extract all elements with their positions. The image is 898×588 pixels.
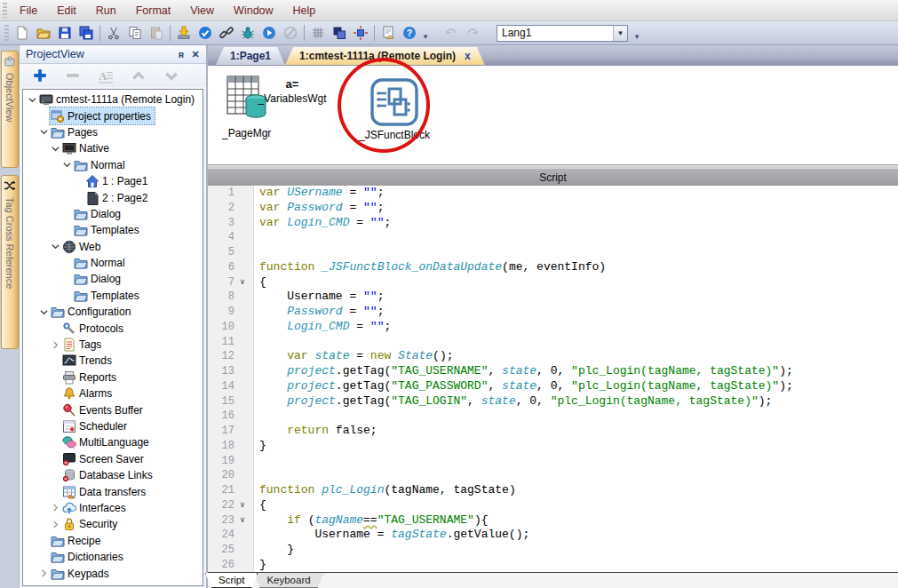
menu-item-window[interactable]: Window bbox=[224, 2, 282, 20]
chevron-down-icon[interactable] bbox=[38, 126, 50, 138]
menu-item-run[interactable]: Run bbox=[86, 2, 126, 20]
tree-item-templates[interactable]: Templates bbox=[23, 288, 203, 304]
chevron-right-icon[interactable] bbox=[50, 339, 61, 351]
widget-jsfunctblock[interactable]: _JSFunctBlock bbox=[359, 77, 430, 141]
move-down-button[interactable] bbox=[163, 67, 180, 84]
chevron-down-icon[interactable]: ▼ bbox=[613, 26, 627, 41]
line-number: 8 bbox=[208, 290, 234, 305]
tree-item-dialog[interactable]: Dialog bbox=[23, 271, 203, 287]
tree-item-configuration[interactable]: Configuration bbox=[23, 304, 203, 320]
menu-item-edit[interactable]: Edit bbox=[47, 2, 86, 20]
menu-item-view[interactable]: View bbox=[180, 2, 224, 20]
tree-item-project-properties[interactable]: Project properties bbox=[23, 107, 203, 123]
save-button[interactable] bbox=[54, 23, 75, 43]
bottom-tab-script[interactable]: Script bbox=[205, 573, 258, 588]
folder-icon bbox=[74, 223, 88, 237]
close-icon[interactable]: ✕ bbox=[188, 47, 203, 61]
bottom-tab-keyboard[interactable]: Keyboard bbox=[253, 573, 323, 588]
widget-canvas[interactable]: _PageMgr a= _VariablesWgt _JSFunctBlock bbox=[208, 65, 898, 164]
tree-spacer bbox=[61, 258, 73, 269]
tree-item-2-page2[interactable]: 2 : Page2 bbox=[23, 189, 203, 205]
sidebar-tab-objectview[interactable]: ObjectView bbox=[1, 51, 19, 168]
redo-button[interactable] bbox=[462, 23, 483, 43]
chevron-down-icon[interactable] bbox=[61, 159, 73, 171]
toolbar-overflow-chevron-icon[interactable]: ▾ bbox=[632, 23, 642, 43]
tree-item-interfaces[interactable]: Interfaces bbox=[23, 500, 203, 516]
chevron-right-icon[interactable] bbox=[50, 519, 61, 530]
run-button[interactable] bbox=[258, 23, 280, 43]
chevron-down-icon[interactable] bbox=[50, 143, 61, 155]
copy-button[interactable] bbox=[124, 23, 146, 43]
show-grid-button[interactable] bbox=[307, 23, 329, 43]
tree-item-reports[interactable]: Reports bbox=[23, 369, 203, 385]
line-number: 9 bbox=[208, 305, 234, 320]
security-icon bbox=[62, 517, 76, 531]
document-tab-1-page1[interactable]: 1:Page1 bbox=[216, 47, 285, 65]
cut-button[interactable] bbox=[103, 23, 124, 43]
sidebar-tab-tag-cross-reference[interactable]: Tag Cross Reference bbox=[1, 175, 19, 349]
remove-button[interactable] bbox=[64, 67, 82, 84]
tree-item-dictionaries[interactable]: Dictionaries bbox=[23, 549, 203, 565]
tree-item-normal[interactable]: Normal bbox=[23, 157, 203, 173]
tree-item-alarms[interactable]: Alarms bbox=[23, 385, 203, 401]
tree-item-recipe[interactable]: Recipe bbox=[23, 533, 203, 549]
menu-item-help[interactable]: Help bbox=[283, 2, 326, 20]
tree-item-web[interactable]: Web bbox=[23, 239, 203, 255]
language-combobox[interactable]: Lang1 ▼ bbox=[497, 25, 628, 42]
chevron-right-icon[interactable] bbox=[38, 568, 50, 579]
move-up-button[interactable] bbox=[130, 67, 147, 84]
tree-item-dialog[interactable]: Dialog bbox=[23, 206, 203, 222]
chevron-right-icon[interactable] bbox=[50, 502, 61, 513]
tree-item-trends[interactable]: Trends bbox=[23, 353, 203, 369]
pin-icon[interactable]: ʀ bbox=[174, 47, 188, 61]
fold-chevron-icon[interactable]: ∨ bbox=[234, 275, 250, 290]
chevron-down-icon[interactable] bbox=[38, 306, 50, 318]
tree-item-screen-saver[interactable]: Screen Saver bbox=[23, 451, 203, 467]
tree-item-security[interactable]: Security bbox=[23, 516, 203, 532]
tree-item-label: Alarms bbox=[79, 387, 112, 400]
menu-item-file[interactable]: File bbox=[10, 2, 47, 20]
validate-button[interactable] bbox=[195, 23, 216, 43]
tree-item-keypads[interactable]: Keypads bbox=[23, 565, 203, 581]
open-button[interactable] bbox=[33, 23, 54, 43]
properties-button[interactable] bbox=[377, 23, 399, 43]
new-file-button[interactable] bbox=[12, 23, 33, 43]
tree-item-normal[interactable]: Normal bbox=[23, 255, 203, 271]
tree-item-templates[interactable]: Templates bbox=[23, 222, 203, 238]
save-all-button[interactable] bbox=[75, 23, 97, 43]
snap-to-grid-button[interactable] bbox=[350, 23, 371, 43]
chevron-down-icon[interactable] bbox=[27, 94, 38, 106]
toolbar-separator bbox=[99, 25, 100, 41]
tree-item-1-page1[interactable]: 1 : Page1 bbox=[23, 173, 203, 189]
tree-item-data-transfers[interactable]: Data transfers bbox=[23, 483, 203, 499]
fold-chevron-icon[interactable]: ∨ bbox=[234, 513, 250, 528]
bring-to-front-button[interactable] bbox=[329, 23, 350, 43]
attach-to-app-button[interactable] bbox=[216, 23, 237, 43]
debug-button[interactable] bbox=[237, 23, 258, 43]
tree-item-protocols[interactable]: Protocols bbox=[23, 320, 203, 336]
editor-code-area[interactable]: var USername = "";var Password = "";var … bbox=[254, 186, 898, 572]
document-tab-1-cmtest-1111a-remote-login[interactable]: 1:cmtest-1111a (Remote Login)x bbox=[285, 47, 485, 65]
tree-item-scheduler[interactable]: Scheduler bbox=[23, 418, 203, 434]
tree-item-pages[interactable]: Pages bbox=[23, 124, 203, 140]
tree-item-cmtest-1111a-remote-login[interactable]: cmtest-1111a (Remote Login) bbox=[23, 91, 203, 107]
menu-item-format[interactable]: Format bbox=[126, 2, 181, 20]
toolbar-overflow-chevron-icon[interactable]: ▾ bbox=[420, 23, 431, 43]
add-button[interactable] bbox=[31, 67, 49, 84]
tree-item-native[interactable]: Native bbox=[23, 140, 203, 156]
download-to-target-button[interactable] bbox=[173, 23, 195, 43]
tree-item-label: cmtest-1111a (Remote Login) bbox=[56, 93, 195, 106]
fold-chevron-icon[interactable]: ∨ bbox=[234, 498, 250, 513]
tree-item-multilanguage[interactable]: MultiLanguage bbox=[23, 434, 203, 450]
close-icon[interactable]: x bbox=[465, 50, 471, 62]
chevron-down-icon[interactable] bbox=[50, 241, 61, 252]
tree-item-events-buffer[interactable]: Events Buffer bbox=[23, 401, 203, 417]
help-button[interactable]: ? bbox=[399, 23, 420, 43]
widget-variableswgt[interactable]: a= _VariablesWgt bbox=[261, 77, 323, 105]
rename-button[interactable]: A bbox=[97, 67, 115, 84]
undo-button[interactable] bbox=[441, 23, 462, 43]
paste-button[interactable] bbox=[146, 23, 167, 43]
stop-button[interactable] bbox=[280, 23, 301, 43]
tree-item-tags[interactable]: Tags bbox=[23, 337, 203, 353]
tree-item-database-links[interactable]: Database Links bbox=[23, 467, 203, 483]
